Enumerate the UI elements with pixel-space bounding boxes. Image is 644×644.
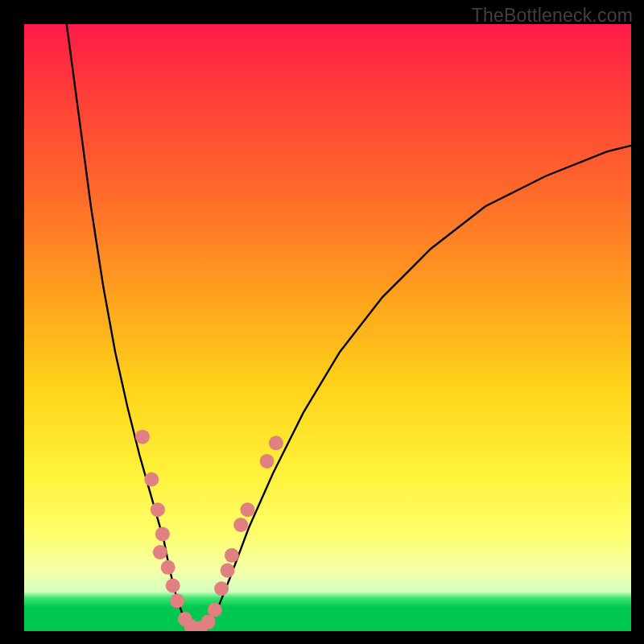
curve-marker: [144, 473, 159, 487]
curve-marker: [269, 436, 283, 450]
curve-marker: [208, 603, 222, 617]
curve-marker: [214, 581, 229, 596]
watermark-text: TheBottleneck.com: [472, 5, 633, 27]
curve-marker: [201, 615, 216, 630]
bottleneck-curve: [67, 24, 631, 631]
curve-marker: [161, 560, 175, 575]
curve-marker: [151, 502, 165, 517]
curve-marker: [135, 430, 150, 444]
curve-marker: [260, 454, 275, 469]
curve-marker: [225, 548, 239, 563]
curve-marker: [221, 564, 235, 578]
chart-svg: [24, 24, 631, 631]
curve-marker: [166, 579, 180, 593]
curve-marker: [153, 545, 167, 559]
curve-marker: [155, 526, 170, 541]
curve-markers: [135, 430, 283, 631]
plot-area: [24, 24, 631, 631]
curve-marker: [233, 518, 248, 532]
chart-frame: TheBottleneck.com: [0, 0, 644, 644]
curve-marker: [241, 502, 255, 517]
curve-marker: [170, 593, 184, 608]
